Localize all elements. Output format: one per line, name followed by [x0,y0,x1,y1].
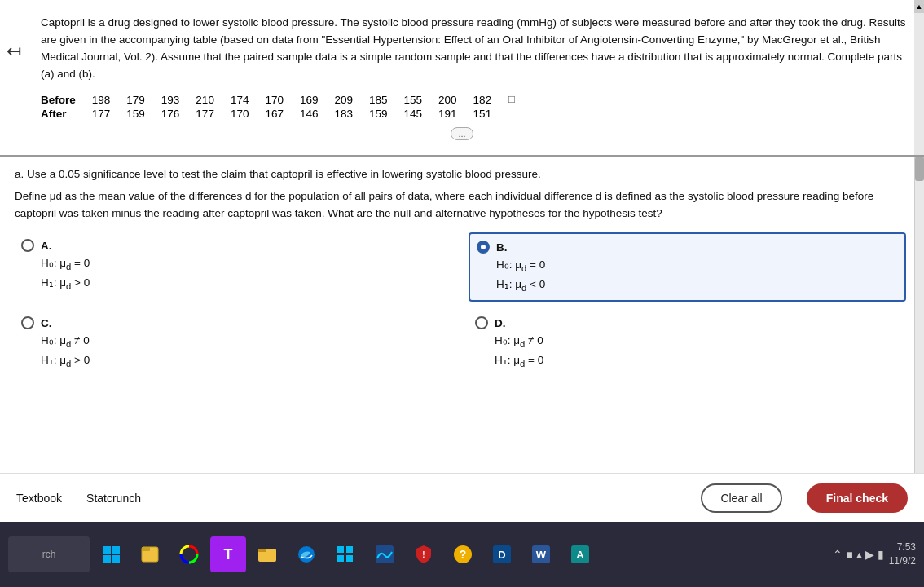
time-text: 7:53 [889,541,916,554]
svg-rect-11 [346,546,353,553]
after-val-11: 191 [430,107,465,121]
define-text: Define μd as the mean value of the diffe… [15,188,906,223]
after-val-4: 177 [187,107,222,121]
after-val-8: 183 [326,107,361,121]
option-A-h0: H₀: μd = 0 [41,254,90,274]
lower-section[interactable]: ▼ a. Use a 0.05 significance level to te… [0,157,924,522]
svg-rect-8 [258,549,266,552]
option-D-label: D. H₀: μd ≠ 0 H₁: μd = 0 [495,315,543,371]
after-label: After [41,107,84,121]
app-icon-teal[interactable]: A [562,536,598,572]
radio-A[interactable] [21,239,34,252]
option-B-h0: H₀: μd = 0 [496,256,545,276]
scroll-thumb[interactable] [915,157,924,181]
svg-rect-0 [103,546,111,554]
after-val-7: 146 [292,107,327,121]
data-table-container: Before 198 179 193 210 174 170 169 209 1… [41,93,908,121]
after-expand [499,107,524,121]
radio-C[interactable] [21,316,34,329]
folder-icon[interactable] [249,536,285,572]
option-B-letter: B. [496,241,508,254]
before-val-12: 182 [465,93,500,107]
svg-text:!: ! [422,550,425,559]
radio-D[interactable] [475,316,488,329]
option-D-h1: H₁: μd = 0 [495,351,543,371]
top-section: ↤ ▲ Captopril is a drug designed to lowe… [0,0,924,157]
option-A[interactable]: A. H₀: μd = 0 H₁: μd > 0 [15,232,452,302]
before-val-4: 210 [187,93,222,107]
after-val-2: 159 [118,107,153,121]
sys-icons: ⌃ ■ ▴ ▶ ▮ [833,548,883,561]
option-D[interactable]: D. H₀: μd ≠ 0 H₁: μd = 0 [469,310,906,376]
svg-text:W: W [536,549,547,561]
svg-text:?: ? [460,548,467,561]
after-val-6: 167 [257,107,292,121]
scroll-up-arrow[interactable]: ▲ [914,0,924,13]
final-check-button[interactable]: Final check [807,483,908,513]
app-icon-blue[interactable]: D [484,536,520,572]
chevron-up-icon[interactable]: ⌃ [833,548,843,561]
svg-text:D: D [498,549,505,561]
expand-row: ... [16,121,908,147]
before-val-2: 179 [118,93,153,107]
battery-icon[interactable]: ▮ [878,548,884,561]
lower-scrollbar[interactable]: ▼ [914,157,924,522]
data-table: Before 198 179 193 210 174 170 169 209 1… [41,93,524,121]
before-label: Before [41,93,84,107]
after-val-1: 177 [84,107,119,121]
edge-icon[interactable] [288,536,324,572]
option-B[interactable]: B. H₀: μd = 0 H₁: μd < 0 [469,232,906,302]
option-C-letter: C. [41,317,52,329]
radio-B[interactable] [477,241,490,254]
t-icon[interactable]: T [210,536,246,572]
table-row-after: After 177 159 176 177 170 167 146 183 15… [41,107,524,121]
svg-rect-2 [103,555,111,563]
svg-rect-13 [346,555,353,562]
back-button[interactable]: ↤ [7,41,21,62]
network-icon[interactable]: ■ [846,548,852,561]
shield-icon[interactable]: ! [406,536,442,572]
before-val-5: 174 [222,93,257,107]
svg-rect-3 [112,555,120,563]
svg-text:A: A [576,549,584,561]
expand-icon[interactable]: ... [451,127,473,140]
grid-icon[interactable] [328,536,363,572]
option-D-letter: D. [495,317,506,329]
taskbar: rch T [0,522,924,587]
statcrunch-link[interactable]: Statcrunch [86,492,141,505]
windows-icon[interactable] [93,536,129,572]
svg-rect-5 [142,547,150,551]
top-scrollbar[interactable]: ▲ [914,0,924,155]
after-val-12: 151 [465,107,500,121]
option-C-h0: H₀: μd ≠ 0 [41,332,90,351]
time-display: 7:53 11/9/2 [889,541,916,568]
after-val-9: 159 [361,107,396,121]
volume-icon[interactable]: ▶ [865,548,874,561]
wifi-icon[interactable]: ▴ [856,548,862,561]
main-content: ↤ ▲ Captopril is a drug designed to lowe… [0,0,924,522]
option-C-h1: H₁: μd > 0 [41,351,90,371]
textbook-link[interactable]: Textbook [16,492,62,505]
after-val-5: 170 [222,107,257,121]
option-D-h0: H₀: μd ≠ 0 [495,332,543,351]
after-val-10: 145 [396,107,431,121]
svg-rect-12 [337,555,344,562]
clear-all-button[interactable]: Clear all [701,483,781,513]
word-icon[interactable]: W [523,536,559,572]
option-C-label: C. H₀: μd ≠ 0 H₁: μd > 0 [41,315,90,371]
taskbar-search[interactable]: rch [8,536,90,572]
option-C[interactable]: C. H₀: μd ≠ 0 H₁: μd > 0 [15,310,452,376]
wave-icon[interactable] [367,536,403,572]
expand-cell: ☐ [499,93,524,107]
option-B-label: B. H₀: μd = 0 H₁: μd < 0 [496,239,545,295]
colorful-icon[interactable] [171,536,207,572]
before-val-10: 155 [396,93,431,107]
table-row-before: Before 198 179 193 210 174 170 169 209 1… [41,93,524,107]
before-val-7: 169 [292,93,327,107]
part-a-label: a. Use a 0.05 significance level to test… [15,168,906,180]
option-A-label: A. H₀: μd = 0 H₁: μd > 0 [41,237,90,294]
problem-description: Captopril is a drug designed to lower sy… [41,15,908,83]
help-icon[interactable]: ? [445,536,481,572]
before-val-6: 170 [257,93,292,107]
files-icon[interactable] [132,536,168,572]
